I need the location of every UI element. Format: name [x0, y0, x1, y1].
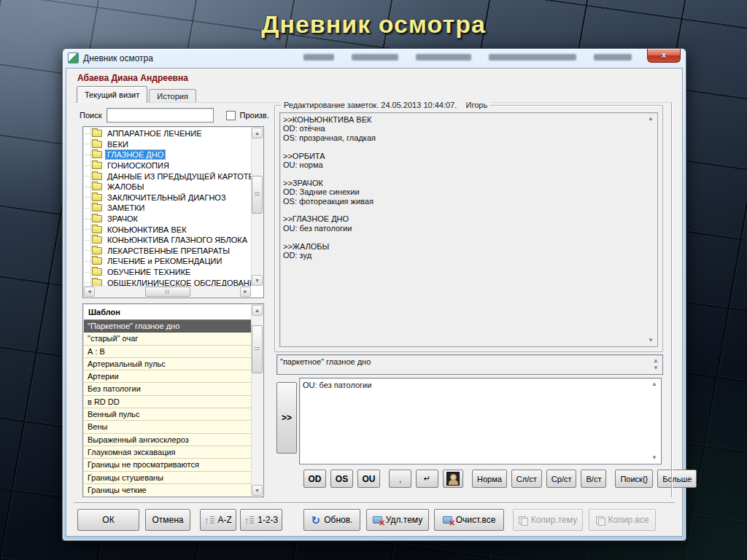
- sl-st-button[interactable]: Сл/ст: [511, 470, 542, 488]
- ok-button[interactable]: ОК: [77, 509, 139, 531]
- scroll-up-icon[interactable]: ▲: [651, 357, 660, 365]
- folder-icon: [92, 247, 102, 254]
- template-item[interactable]: в RD DD: [84, 396, 251, 408]
- clear-all-button[interactable]: Очист.все: [434, 509, 504, 531]
- scroll-up-icon[interactable]: ▲: [650, 381, 659, 388]
- os-button[interactable]: OS: [330, 470, 353, 488]
- search-row: Поиск Произв.: [80, 108, 269, 122]
- window-titlebar[interactable]: Дневник осмотра x: [63, 49, 686, 67]
- tree-item[interactable]: ОБЩЕКЛИНИЧЕСКОЕ ОБСЛЕДОВАНИ: [84, 277, 251, 286]
- template-item[interactable]: Артерии: [84, 370, 251, 383]
- refresh-icon: ↻: [311, 515, 321, 526]
- arbitrary-checkbox-label: Произв.: [239, 111, 268, 120]
- tree-hscroll-thumb[interactable]: [145, 287, 190, 297]
- selected-template-field[interactable]: "паркетное" глазное дно ▲ ▼: [276, 354, 663, 375]
- tab-current-visit[interactable]: Текущий визит: [77, 86, 147, 103]
- template-item[interactable]: Венный пульс: [84, 408, 251, 421]
- template-item[interactable]: Без патологии: [84, 383, 251, 395]
- tree-item[interactable]: ЗАМЕТКИ: [84, 203, 251, 214]
- arbitrary-checkbox[interactable]: [226, 111, 236, 120]
- folder-icon: [92, 151, 102, 158]
- notes-text[interactable]: >>КОНЬЮНКТИВА ВЕК OD: отёчна OS: прозрач…: [283, 115, 643, 344]
- entry-text[interactable]: OU: без патологии: [303, 381, 646, 462]
- sort-123-button[interactable]: ↑ 1-2-3: [240, 509, 282, 531]
- notes-editor[interactable]: >>КОНЬЮНКТИВА ВЕК OD: отёчна OS: прозрач…: [279, 112, 658, 347]
- folder-icon: [92, 194, 102, 201]
- tab-history[interactable]: История: [149, 89, 196, 103]
- copy-topic-button[interactable]: Копир.тему: [513, 509, 583, 531]
- template-list-header[interactable]: Шаблон: [84, 305, 251, 320]
- template-item[interactable]: "старый" очаг: [84, 332, 251, 345]
- cancel-button[interactable]: Отмена: [145, 509, 190, 531]
- tree-item[interactable]: ЛЕКАРСТВЕННЫЕ ПРЕПАРАТЫ: [84, 246, 251, 257]
- scroll-down-icon[interactable]: ▼: [646, 337, 655, 344]
- copy-all-button[interactable]: Копир.все: [589, 509, 656, 531]
- close-button[interactable]: x: [647, 49, 681, 63]
- template-scroll-thumb[interactable]: [252, 325, 263, 373]
- insert-template-button[interactable]: >>: [276, 382, 297, 454]
- tree-item[interactable]: АППАРАТНОЕ ЛЕЧЕНИЕ: [84, 128, 251, 139]
- more-button[interactable]: Больше: [657, 470, 697, 488]
- sort-az-button[interactable]: ↑ A-Z: [200, 509, 236, 531]
- tree-item[interactable]: ЗРАЧОК: [84, 214, 251, 225]
- sr-st-button[interactable]: Ср/ст: [546, 470, 577, 488]
- tree-item[interactable]: ЗАКЛЮЧИТЕЛЬНЫЙ ДИАГНОЗ: [84, 192, 251, 203]
- scroll-down-icon[interactable]: ▼: [650, 454, 659, 462]
- folder-icon: [92, 279, 102, 286]
- template-item[interactable]: Артериальный пульс: [84, 358, 251, 370]
- folder-icon: [92, 141, 102, 148]
- tree-item[interactable]: ОБУЧЕНИЕ ТЕХНИКЕ: [84, 267, 251, 278]
- picture-button[interactable]: [443, 470, 463, 488]
- comma-button[interactable]: ,: [389, 470, 411, 488]
- scroll-right-icon[interactable]: ►: [240, 287, 251, 297]
- notes-groupbox: Редактирование заметок. 24.05.2013 10:44…: [274, 105, 663, 352]
- refresh-button[interactable]: ↻ Обнов.: [303, 509, 360, 531]
- copy-icon: [596, 516, 605, 524]
- tree-scroll-thumb[interactable]: [252, 176, 263, 214]
- folder-icon: [92, 130, 102, 137]
- entry-editor[interactable]: OU: без патологии ▲ ▼: [299, 378, 662, 464]
- template-item[interactable]: Границы не просматриваются: [84, 459, 251, 471]
- scroll-up-icon[interactable]: ▲: [252, 128, 263, 139]
- v-st-button[interactable]: В/ст: [581, 470, 606, 488]
- selected-template-text[interactable]: "паркетное" глазное дно: [280, 357, 648, 366]
- bottom-separator: [74, 502, 675, 504]
- template-vertical-scrollbar[interactable]: ▲ ▼: [251, 305, 263, 496]
- od-button[interactable]: OD: [303, 470, 326, 488]
- tree-item[interactable]: ДАННЫЕ ИЗ ПРЕДЫДУЩЕЙ КАРТОТЕ: [84, 171, 251, 182]
- template-item[interactable]: Вены: [84, 421, 251, 433]
- search-braces-button[interactable]: Поиск{}: [615, 470, 653, 488]
- scroll-up-icon[interactable]: ▲: [646, 115, 655, 122]
- folder-icon: [92, 236, 102, 244]
- delete-topic-button[interactable]: Удл.тему: [366, 509, 429, 531]
- template-item[interactable]: Выраженный ангиосклероз: [84, 434, 251, 446]
- topic-tree-rows: АППАРАТНОЕ ЛЕЧЕНИЕ ВЕКИ ГЛАЗНОЕ ДНО ГОНИ…: [84, 128, 251, 286]
- tree-item[interactable]: КОНЬЮНКТИВА ГЛАЗНОГО ЯБЛОКА: [84, 235, 251, 246]
- desktop-background: Дневник осмотра Дневник осмотра x Абаева…: [0, 0, 747, 560]
- tree-item-selected[interactable]: ГЛАЗНОЕ ДНО: [84, 149, 251, 160]
- tree-vertical-scrollbar[interactable]: ▲ ▼: [251, 128, 263, 286]
- template-list-rows: "Паркетное" глазное дно "старый" очаг А …: [84, 320, 251, 496]
- tree-item[interactable]: ВЕКИ: [84, 139, 251, 150]
- scroll-up-icon[interactable]: ▲: [252, 305, 263, 316]
- tree-item[interactable]: ГОНИОСКОПИЯ: [84, 160, 251, 171]
- search-input[interactable]: [107, 108, 214, 122]
- scroll-down-icon[interactable]: ▼: [651, 365, 660, 372]
- newline-button[interactable]: ↵: [416, 470, 438, 488]
- template-item[interactable]: Границы четкие: [84, 484, 251, 496]
- window-client-area: Абаева Диана Андреевна Текущий визит Ист…: [66, 68, 683, 537]
- tree-item[interactable]: ЖАЛОБЫ: [84, 182, 251, 192]
- tree-item[interactable]: КОНЬЮНКТИВА ВЕК: [84, 224, 251, 235]
- tree-item[interactable]: ЛЕЧЕНИЕ и РЕКОМЕНДАЦИИ: [84, 256, 251, 267]
- template-item-selected[interactable]: "Паркетное" глазное дно: [84, 320, 251, 332]
- tab-strip: Текущий визит История: [77, 86, 196, 103]
- scroll-down-icon[interactable]: ▼: [252, 485, 263, 496]
- tree-horizontal-scrollbar[interactable]: ◄ ►: [84, 286, 251, 297]
- scroll-left-icon[interactable]: ◄: [84, 287, 95, 297]
- ou-button[interactable]: OU: [357, 470, 380, 488]
- template-item[interactable]: Границы стушеваны: [84, 472, 251, 484]
- template-item[interactable]: Глаукомная экскавация: [84, 446, 251, 459]
- template-item[interactable]: А : В: [84, 346, 251, 358]
- norma-button[interactable]: Норма: [472, 470, 507, 488]
- scroll-down-icon[interactable]: ▼: [252, 275, 263, 286]
